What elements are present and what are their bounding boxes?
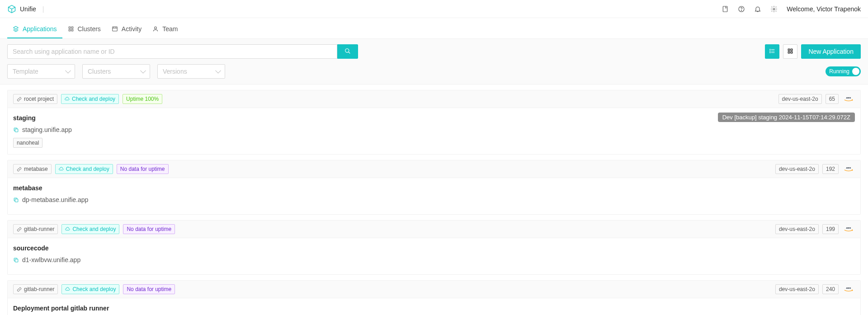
region-tag[interactable]: dev-us-east-2o (775, 164, 819, 174)
project-name: gitlab-runner (24, 226, 54, 232)
tab-team[interactable]: Team (147, 20, 183, 38)
svg-rect-21 (15, 199, 18, 202)
application-card[interactable]: rocet project Check and deploy Uptime 10… (7, 90, 861, 155)
list-view-button[interactable] (765, 44, 779, 59)
region-tag[interactable]: dev-us-east-2o (778, 94, 822, 104)
svg-point-9 (155, 27, 157, 29)
svg-rect-5 (71, 27, 73, 28)
help-icon[interactable] (738, 5, 745, 13)
count-tag[interactable]: 199 (822, 224, 839, 234)
svg-rect-15 (791, 49, 793, 51)
tab-label: Team (162, 25, 178, 33)
check-deploy-tag[interactable]: Check and deploy (61, 94, 119, 104)
running-toggle-label: Running (829, 68, 849, 75)
uptime-tag[interactable]: No data for uptime (123, 224, 175, 234)
svg-text:aws: aws (846, 226, 851, 229)
uptime-label: No data for uptime (127, 226, 171, 232)
region-tag[interactable]: dev-us-east-2o (775, 284, 819, 294)
app-title: metabase (13, 184, 855, 192)
search-button[interactable] (337, 44, 358, 59)
application-card[interactable]: gitlab-runner Check and deploy No data f… (7, 220, 861, 275)
check-deploy-tag[interactable]: Check and deploy (61, 284, 119, 294)
clusters-select[interactable]: Clusters (82, 64, 150, 79)
tab-clusters[interactable]: Clusters (62, 20, 106, 38)
check-deploy-label: Check and deploy (72, 96, 115, 102)
region-tag[interactable]: dev-us-east-2o (775, 224, 819, 234)
backup-badge: Dev [backup] staging 2024-11-15T07:14:29… (718, 113, 855, 122)
project-tag[interactable]: metabase (13, 164, 52, 174)
template-select[interactable]: Template (7, 64, 75, 79)
svg-point-3 (773, 8, 775, 10)
project-tag[interactable]: gitlab-runner (13, 284, 58, 294)
activity-icon (112, 26, 118, 32)
count-tag[interactable]: 240 (822, 284, 839, 294)
uptime-tag[interactable]: No data for uptime (123, 284, 175, 294)
uptime-label: No data for uptime (120, 166, 165, 172)
cloud-icon (65, 227, 70, 232)
project-tag[interactable]: rocet project (13, 94, 57, 104)
project-tag[interactable]: gitlab-runner (13, 224, 58, 234)
uptime-label: Uptime 100% (126, 96, 159, 102)
grid-icon (787, 48, 793, 56)
tab-applications[interactable]: Applications (7, 20, 62, 38)
aws-icon: aws (842, 94, 855, 104)
link-icon (17, 287, 22, 292)
link-icon (17, 227, 22, 232)
link-icon (17, 97, 22, 102)
svg-point-11 (770, 49, 770, 49)
check-deploy-tag[interactable]: Check and deploy (61, 224, 119, 234)
app-title: Deployment portal gitlab runner (13, 305, 855, 312)
tab-label: Applications (23, 25, 57, 33)
gear-icon[interactable] (770, 5, 778, 13)
svg-rect-0 (723, 6, 727, 12)
grid-view-button[interactable] (783, 44, 797, 59)
copy-icon[interactable] (13, 257, 19, 263)
brand-divider: | (42, 5, 44, 13)
tab-activity[interactable]: Activity (106, 20, 147, 38)
check-deploy-tag[interactable]: Check and deploy (55, 164, 113, 174)
svg-rect-7 (71, 29, 73, 31)
svg-point-13 (770, 52, 770, 52)
search-input[interactable] (7, 44, 337, 59)
tab-label: Clusters (78, 25, 101, 33)
svg-rect-4 (69, 27, 71, 28)
cloud-icon (59, 167, 64, 172)
svg-rect-23 (15, 259, 18, 262)
svg-rect-17 (791, 52, 793, 53)
app-url[interactable]: staging.unifie.app (22, 126, 72, 133)
svg-point-2 (741, 10, 742, 10)
app-url[interactable]: dp-metabase.unifie.app (22, 196, 88, 203)
running-toggle[interactable]: Running (826, 66, 861, 76)
clusters-icon (68, 26, 74, 32)
welcome-text[interactable]: Welcome, Victor Trapenok (787, 5, 861, 13)
check-deploy-label: Check and deploy (66, 166, 109, 172)
team-icon (152, 26, 159, 32)
copy-icon[interactable] (13, 197, 19, 203)
app-sub-tag[interactable]: nanoheal (13, 138, 42, 148)
count-tag[interactable]: 192 (822, 164, 839, 174)
project-name: rocet project (24, 96, 54, 102)
app-url[interactable]: d1-xwlbvw.unifie.app (22, 256, 80, 263)
changelog-icon[interactable] (722, 5, 729, 13)
application-card[interactable]: gitlab-runner Check and deploy No data f… (7, 280, 861, 315)
applications-icon (13, 26, 19, 32)
link-icon (17, 167, 22, 172)
aws-icon: aws (842, 284, 855, 294)
new-application-button[interactable]: New Application (801, 44, 861, 59)
count-tag[interactable]: 65 (826, 94, 839, 104)
svg-rect-19 (15, 129, 18, 132)
svg-rect-8 (113, 27, 118, 31)
toggle-knob (852, 68, 859, 75)
brand-logo-icon (7, 5, 16, 14)
uptime-tag[interactable]: No data for uptime (117, 164, 169, 174)
copy-icon[interactable] (13, 127, 19, 133)
application-card[interactable]: metabase Check and deploy No data for up… (7, 160, 861, 215)
tab-label: Activity (122, 25, 142, 33)
check-deploy-label: Check and deploy (72, 287, 116, 292)
cloud-icon (65, 287, 70, 292)
bell-icon[interactable] (754, 5, 761, 13)
versions-select[interactable]: Versions (157, 64, 225, 79)
aws-icon: aws (842, 164, 855, 174)
svg-text:aws: aws (846, 96, 851, 99)
uptime-tag[interactable]: Uptime 100% (123, 94, 162, 104)
